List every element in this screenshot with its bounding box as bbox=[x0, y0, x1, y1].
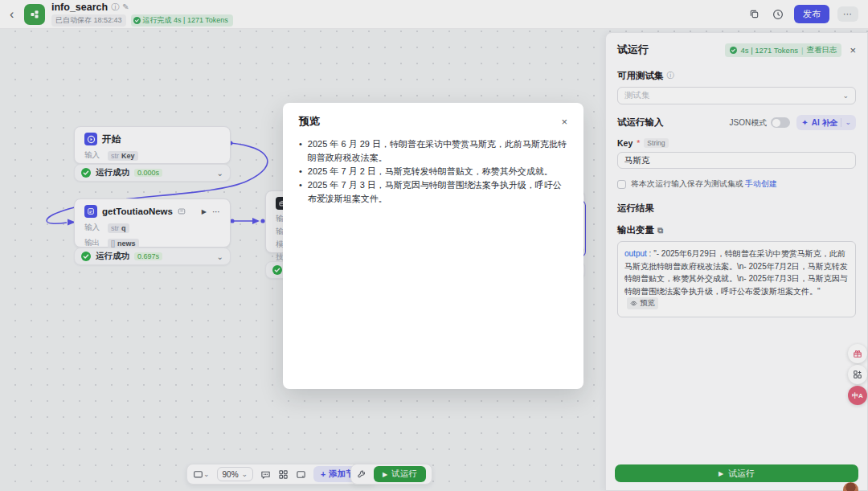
preview-bullet: •2025 年 6 月 29 日，特朗普在采访中赞赏马斯克，此前马斯克批特朗普政… bbox=[299, 137, 567, 165]
preview-bullet: •2025 年 7 月 2 日，马斯克转发特朗普贴文，称赞其外交成就。 bbox=[299, 165, 567, 178]
workflow-editor-screen: ‹ info_search ⓘ ✎ 已自动保存 18:52:43 运行完成 4s… bbox=[0, 0, 868, 491]
preview-bullet-list: •2025 年 6 月 29 日，特朗普在采访中赞赏马斯克，此前马斯克批特朗普政… bbox=[299, 137, 567, 206]
modal-title: 预览 bbox=[299, 114, 320, 129]
preview-bullet: •2025 年 7 月 3 日，马斯克因与特朗普围绕法案争执升级，呼吁公布爱泼斯… bbox=[299, 178, 567, 206]
preview-modal: 预览 × •2025 年 6 月 29 日，特朗普在采访中赞赏马斯克，此前马斯克… bbox=[283, 103, 583, 389]
close-modal-icon[interactable]: × bbox=[561, 117, 567, 127]
